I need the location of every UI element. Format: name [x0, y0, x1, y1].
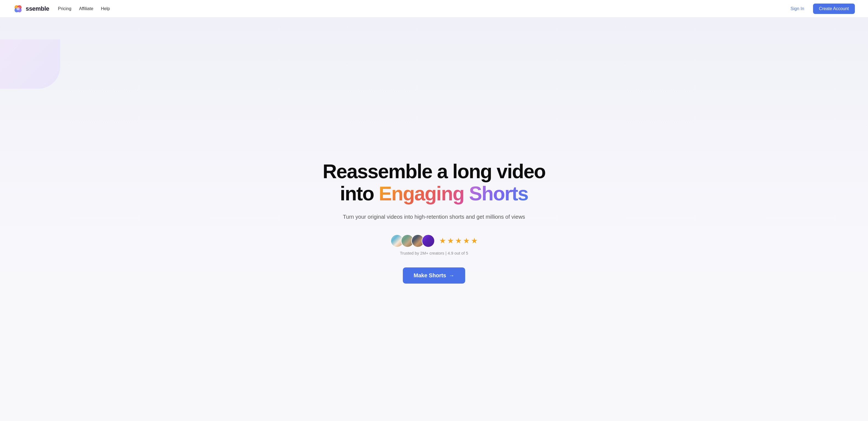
- avatars-stars-row: ★ ★ ★ ★ ★: [391, 234, 478, 248]
- nav-link-affiliate[interactable]: Affiliate: [79, 6, 93, 11]
- hero-title-into-prefix: into: [340, 183, 379, 204]
- nav-links: Pricing Affiliate Help: [58, 6, 110, 11]
- hero-title-shorts: Shorts: [469, 183, 528, 204]
- avatar-4: [422, 234, 435, 248]
- brand-name-text: ssemble: [26, 5, 49, 12]
- arrow-icon: →: [449, 272, 454, 279]
- brand-logo-link[interactable]: ssemble: [13, 4, 49, 14]
- star-2: ★: [447, 237, 454, 245]
- hero-title-line1: Reassemble a long video: [323, 161, 545, 182]
- nav-link-help[interactable]: Help: [101, 6, 110, 11]
- make-shorts-button[interactable]: Make Shorts →: [403, 268, 465, 284]
- hero-title-engaging: Engaging: [379, 183, 464, 204]
- ssemble-logo-icon: [13, 4, 23, 14]
- make-shorts-label: Make Shorts: [414, 272, 446, 279]
- hero-title-line2: into Engaging Shorts: [323, 183, 545, 205]
- creator-avatars: [391, 234, 435, 248]
- navbar-right: Sign In Create Account: [787, 4, 855, 14]
- hero-title: Reassemble a long video into Engaging Sh…: [323, 161, 545, 204]
- navbar: ssemble Pricing Affiliate Help Sign In C…: [0, 0, 868, 18]
- star-rating: ★ ★ ★ ★ ★: [439, 237, 478, 245]
- create-account-button[interactable]: Create Account: [813, 4, 855, 14]
- star-3: ★: [455, 237, 462, 245]
- hero-subtitle: Turn your original videos into high-rete…: [343, 213, 525, 221]
- sign-in-button[interactable]: Sign In: [787, 4, 808, 13]
- hero-section: Reassemble a long video into Engaging Sh…: [0, 18, 868, 421]
- trust-text: Trusted by 2M+ creators | 4.9 out of 5: [400, 251, 468, 255]
- star-1: ★: [439, 237, 446, 245]
- star-4: ★: [463, 237, 470, 245]
- star-5: ★: [471, 237, 478, 245]
- social-proof: ★ ★ ★ ★ ★ Trusted by 2M+ creators | 4.9 …: [391, 234, 478, 255]
- svg-point-5: [17, 7, 20, 10]
- nav-link-pricing[interactable]: Pricing: [58, 6, 71, 11]
- navbar-left: ssemble Pricing Affiliate Help: [13, 4, 110, 14]
